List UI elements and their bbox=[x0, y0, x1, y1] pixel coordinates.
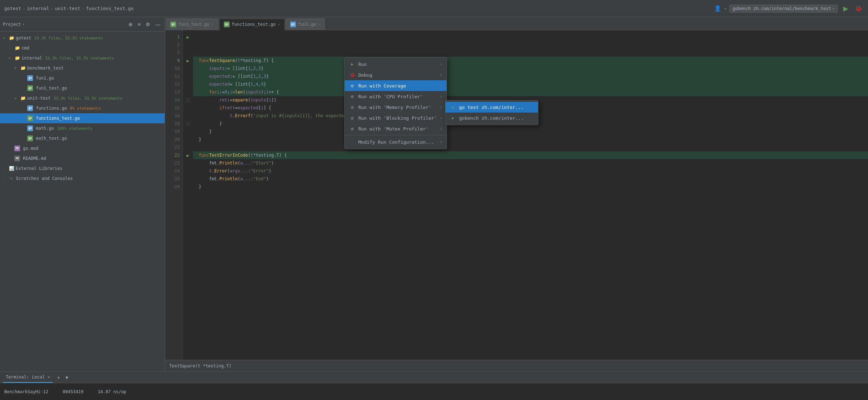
go-file-icon-functionsgo: go bbox=[27, 105, 33, 111]
line-num-23: 23 bbox=[165, 159, 183, 167]
sidebar-close-btn[interactable]: — bbox=[154, 21, 162, 28]
code-content[interactable]: func TestSquare(t *testing.T) { inputs :… bbox=[193, 30, 868, 360]
tree-item-mathtestgo[interactable]: go math_test.go bbox=[0, 133, 165, 143]
tab-close-functionstest[interactable]: ✕ bbox=[278, 23, 280, 27]
terminal-close[interactable]: ✕ bbox=[48, 375, 50, 379]
tree-item-scratches[interactable]: › ✎ Scratches and Consoles bbox=[0, 173, 165, 184]
tree-item-fun1testgo[interactable]: go fun1_test.go bbox=[0, 83, 165, 93]
code-line-24: t.Error( args...: "Error") bbox=[193, 167, 868, 175]
tree-label-scratches: Scratches and Consoles bbox=[16, 176, 73, 181]
submenu-item-go-test[interactable]: ▶ go test zh.com/inter... bbox=[445, 102, 538, 113]
tab-close-fun1test[interactable]: ✕ bbox=[212, 22, 214, 26]
tab-fun1[interactable]: go fun1.go ✕ bbox=[286, 18, 325, 30]
tree-label-external: External Libraries bbox=[16, 166, 62, 171]
terminal-add-btn[interactable]: + bbox=[56, 374, 61, 381]
tree-item-functionsgo[interactable]: go functions.go 0% statements bbox=[0, 103, 165, 113]
tab-icon-fun1: go bbox=[290, 22, 296, 27]
folder-icon-benchmark: 📁 bbox=[20, 65, 26, 71]
menu-label-mutex-profiler: Run with 'Mutex Profiler' bbox=[358, 126, 429, 132]
menu-item-blocking-profiler[interactable]: ◎ Run with 'Blocking Profiler' › bbox=[345, 113, 447, 123]
gutter-1[interactable]: ▶ bbox=[183, 33, 193, 41]
tree-item-fun1go[interactable]: go fun1.go bbox=[0, 73, 165, 83]
tree-item-gomod[interactable]: MD go.mod bbox=[0, 143, 165, 153]
line-num-12: 12 bbox=[165, 80, 183, 88]
breadcrumb-unit-test[interactable]: unit-test bbox=[55, 6, 80, 11]
external-libs-icon: 📊 bbox=[9, 166, 14, 171]
code-editor: 1 2 3 9 10 11 12 13 14 15 16 18 19 20 21… bbox=[165, 30, 868, 360]
menu-item-cpu-profiler[interactable]: ◎ Run with 'CPU Profiler' › bbox=[345, 91, 447, 102]
tree-item-cmd[interactable]: › 📁 cmd bbox=[0, 43, 165, 53]
submenu-label-gobench: gobench zh.com/inter... bbox=[459, 115, 524, 121]
tree-coverage-gotest: 33.3% files, 33.3% statements bbox=[34, 36, 103, 41]
sidebar-dropdown-arrow[interactable]: ▾ bbox=[23, 22, 25, 26]
gutter-11 bbox=[183, 72, 193, 80]
project-tree: ▼ 📁 gotest 33.3% files, 33.3% statements… bbox=[0, 32, 165, 371]
folder-icon-gotest: 📁 bbox=[9, 35, 14, 41]
tree-item-unit-test[interactable]: ▼ 📁 unit-test 33.3% files, 33.3% stateme… bbox=[0, 93, 165, 103]
run-config-label: gobench zh.com/internal/benchmark_test bbox=[732, 6, 831, 11]
tree-arrow-scratches: › bbox=[3, 177, 7, 181]
user-icon[interactable]: 👤 bbox=[714, 5, 721, 12]
breadcrumb-file[interactable]: functions_test.go bbox=[86, 6, 134, 11]
tree-item-mathgo[interactable]: go math.go 100% statements bbox=[0, 123, 165, 133]
bottom-tab-terminal[interactable]: Terminal: Local ✕ bbox=[3, 372, 53, 383]
sidebar-collapse-btn[interactable]: ≡ bbox=[136, 21, 142, 28]
memory-profiler-icon: ◎ bbox=[349, 104, 355, 110]
run-marker-9[interactable]: ▶ bbox=[187, 58, 189, 63]
menu-item-modify-config[interactable]: Modify Run Configuration... › bbox=[345, 137, 447, 147]
tree-label-mathgo: math.go bbox=[36, 126, 54, 131]
menu-arrow-debug: › bbox=[440, 72, 442, 77]
gutter-22[interactable]: ▶ bbox=[183, 151, 193, 159]
gutter-12 bbox=[183, 80, 193, 88]
debug-button[interactable]: 🐞 bbox=[854, 4, 864, 14]
bottom-tabs: Terminal: Local ✕ + ▾ bbox=[0, 372, 868, 383]
menu-item-memory-profiler[interactable]: ◎ Run with 'Memory Profiler' › bbox=[345, 102, 447, 113]
breadcrumb-gotest[interactable]: gotest bbox=[4, 6, 21, 11]
run-marker-22[interactable]: ▶ bbox=[187, 153, 189, 158]
line-num-25: 25 bbox=[165, 175, 183, 183]
sidebar-sync-btn[interactable]: ⊕ bbox=[127, 21, 134, 28]
line-num-24: 24 bbox=[165, 167, 183, 175]
tab-close-fun1[interactable]: ✕ bbox=[318, 22, 320, 26]
go-file-icon-fun1go: go bbox=[27, 75, 33, 81]
gutter-24 bbox=[183, 167, 193, 175]
breadcrumb-internal[interactable]: internal bbox=[27, 6, 49, 11]
menu-separator bbox=[345, 135, 447, 135]
run-config-selector[interactable]: gobench zh.com/internal/benchmark_test ▾ bbox=[729, 5, 838, 13]
sidebar-settings-btn[interactable]: ⚙ bbox=[144, 21, 152, 28]
tree-label-gomod: go.mod bbox=[23, 146, 38, 151]
tree-item-functionstestgo[interactable]: go functions_test.go bbox=[0, 113, 165, 123]
tree-item-benchmark-test[interactable]: ▼ 📁 benchmark_test bbox=[0, 63, 165, 73]
gutter-13 bbox=[183, 88, 193, 96]
code-line-25: fmt.Println( a...: "End") bbox=[193, 175, 868, 183]
tab-functions-test[interactable]: go functions_test.go ✕ bbox=[219, 19, 285, 30]
menu-item-run-coverage[interactable]: ◎ Run with Coverage › ▶ go test zh.com/i… bbox=[345, 80, 447, 91]
line-num-16: 16 bbox=[165, 112, 183, 120]
gutter-10 bbox=[183, 65, 193, 72]
tree-label-benchmark: benchmark_test bbox=[27, 66, 63, 71]
tree-arrow-external: › bbox=[3, 167, 7, 171]
code-line-19: } bbox=[193, 128, 868, 135]
tree-arrow-gotest: ▼ bbox=[3, 36, 7, 40]
tree-arrow-unittest: ▼ bbox=[14, 96, 19, 100]
submenu-item-gobench[interactable]: ▶ gobench zh.com/inter... bbox=[445, 113, 538, 123]
line-num-11: 11 bbox=[165, 72, 183, 80]
tree-item-readme[interactable]: MD README.md bbox=[0, 153, 165, 163]
run-button[interactable]: ▶ bbox=[841, 4, 851, 14]
tree-item-internal[interactable]: ▼ 📁 internal 33.3% files, 33.3% statemen… bbox=[0, 53, 165, 63]
tab-fun1-test[interactable]: go fun1_test.go ✕ bbox=[166, 18, 218, 30]
breakpoint-18[interactable] bbox=[186, 122, 190, 125]
menu-item-run[interactable]: ▶ Run › bbox=[345, 59, 447, 70]
editor-tabs: go fun1_test.go ✕ go functions_test.go ✕… bbox=[165, 17, 868, 30]
gutter-15 bbox=[183, 104, 193, 112]
user-dropdown[interactable]: ▾ bbox=[724, 6, 726, 10]
tree-item-external-libs[interactable]: › 📊 External Libraries bbox=[0, 163, 165, 173]
menu-item-debug[interactable]: 🐞 Debug › bbox=[345, 70, 447, 80]
run-marker-1[interactable]: ▶ bbox=[187, 34, 189, 40]
gutter-9[interactable]: ▶ bbox=[183, 57, 193, 65]
line-num-20: 20 bbox=[165, 135, 183, 143]
breakpoint-14[interactable] bbox=[186, 98, 190, 102]
tree-item-gotest[interactable]: ▼ 📁 gotest 33.3% files, 33.3% statements bbox=[0, 33, 165, 43]
terminal-dropdown-btn[interactable]: ▾ bbox=[64, 374, 70, 381]
menu-item-mutex-profiler[interactable]: ◎ Run with 'Mutex Profiler' › bbox=[345, 123, 447, 134]
